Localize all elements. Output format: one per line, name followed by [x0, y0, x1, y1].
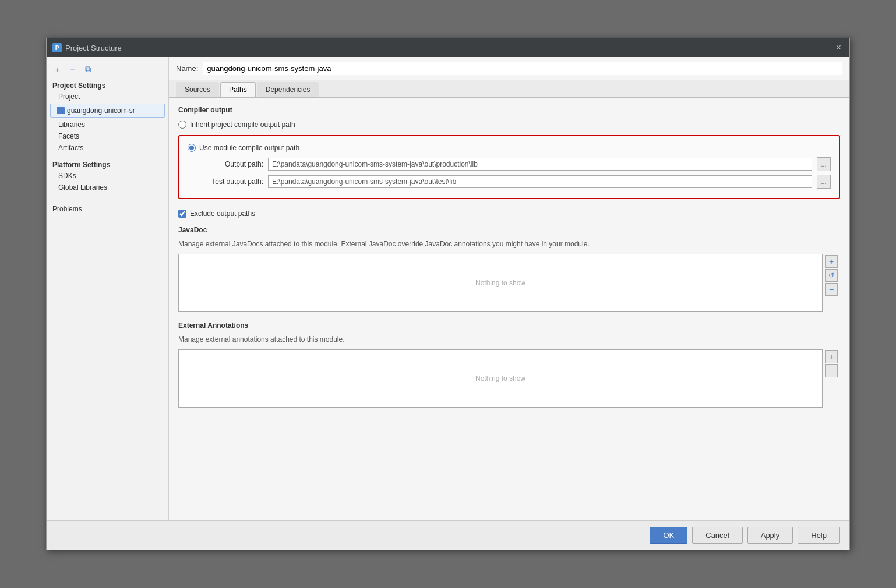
output-path-row: Output path: ...	[188, 157, 831, 171]
output-path-browse-btn[interactable]: ...	[817, 157, 831, 171]
name-label: Name:	[176, 64, 198, 73]
ext-annotations-add-btn[interactable]: +	[825, 350, 838, 363]
remove-module-button[interactable]: −	[66, 63, 79, 76]
compiler-output-title: Compiler output	[178, 106, 840, 114]
use-module-radio-row: Use module compile output path	[188, 142, 831, 154]
apply-button[interactable]: Apply	[747, 527, 793, 544]
ok-button[interactable]: OK	[650, 527, 687, 544]
sidebar-item-sdks[interactable]: SDKs	[47, 170, 168, 182]
sidebar-item-facets[interactable]: Facets	[47, 130, 168, 142]
main-content: Name: Sources Paths Dependencies Compile…	[169, 57, 849, 520]
close-button[interactable]: ×	[834, 42, 844, 54]
javadoc-list-container: Nothing to show + ↺ −	[178, 254, 840, 312]
problems-section: Problems	[47, 201, 168, 215]
platform-settings-header: Platform Settings	[47, 156, 168, 170]
dialog-footer: OK Cancel Apply Help	[47, 520, 849, 550]
test-output-path-input[interactable]	[268, 175, 812, 188]
sidebar-toolbar: + − ⧉	[47, 61, 168, 79]
sidebar-item-problems[interactable]: Problems	[47, 201, 168, 215]
sidebar-item-libraries[interactable]: Libraries	[47, 119, 168, 130]
tab-sources[interactable]: Sources	[176, 82, 219, 97]
name-input[interactable]	[203, 62, 842, 75]
title-bar: P Project Structure ×	[47, 38, 849, 57]
output-path-label: Output path:	[188, 160, 263, 168]
name-bar: Name:	[169, 57, 849, 80]
ext-annotations-title: External Annotations	[178, 321, 840, 330]
project-structure-dialog: P Project Structure × + − ⧉ Project Sett…	[46, 38, 850, 550]
module-icon	[57, 107, 65, 114]
project-settings-header: Project Settings	[47, 79, 168, 91]
test-output-path-label: Test output path:	[188, 178, 263, 186]
tabs-bar: Sources Paths Dependencies	[169, 80, 849, 98]
dialog-title: Project Structure	[65, 44, 122, 52]
javadoc-remove-btn[interactable]: −	[825, 283, 838, 296]
help-button[interactable]: Help	[798, 527, 840, 544]
cancel-button[interactable]: Cancel	[692, 527, 742, 544]
sidebar-item-global-libraries[interactable]: Global Libraries	[47, 182, 168, 193]
ext-annotations-remove-btn[interactable]: −	[825, 364, 838, 377]
use-module-radio[interactable]	[188, 144, 196, 152]
ext-annotations-description: Manage external annotations attached to …	[178, 334, 840, 345]
sidebar-item-artifacts[interactable]: Artifacts	[47, 142, 168, 154]
javadoc-list-box: Nothing to show	[178, 254, 823, 312]
copy-module-button[interactable]: ⧉	[82, 63, 94, 76]
javadoc-section: JavaDoc Manage external JavaDocs attache…	[178, 226, 840, 312]
highlighted-box: Use module compile output path Output pa…	[178, 135, 840, 199]
javadoc-description: Manage external JavaDocs attached to thi…	[178, 239, 840, 249]
sidebar-item-modules[interactable]: guangdong-unicom-sr	[50, 104, 165, 118]
test-output-path-browse-btn[interactable]: ...	[817, 175, 831, 189]
sidebar: + − ⧉ Project Settings Project guangdong…	[47, 57, 169, 520]
inherit-radio[interactable]	[178, 121, 186, 129]
external-annotations-section: External Annotations Manage external ann…	[178, 321, 840, 408]
content-area: Compiler output Inherit project compile …	[169, 98, 849, 520]
ext-annotations-actions: + −	[823, 349, 840, 408]
add-module-button[interactable]: +	[51, 63, 64, 76]
radio-group: Inherit project compile output path Use …	[178, 119, 840, 204]
tab-dependencies[interactable]: Dependencies	[257, 82, 319, 97]
test-output-path-row: Test output path: ...	[188, 175, 831, 189]
inherit-radio-row: Inherit project compile output path	[178, 119, 840, 130]
javadoc-edit-btn[interactable]: ↺	[825, 269, 838, 282]
ext-annotations-list-container: Nothing to show + −	[178, 349, 840, 408]
dialog-icon: P	[52, 43, 62, 52]
ext-annotations-list-box: Nothing to show	[178, 349, 823, 408]
ext-annotations-empty-label: Nothing to show	[475, 374, 525, 382]
inherit-label: Inherit project compile output path	[190, 121, 295, 129]
sidebar-item-project[interactable]: Project	[47, 91, 168, 102]
javadoc-empty-label: Nothing to show	[475, 279, 525, 287]
javadoc-actions: + ↺ −	[823, 254, 840, 312]
exclude-checkbox-row: Exclude output paths	[178, 210, 840, 218]
tab-paths[interactable]: Paths	[220, 82, 256, 97]
use-module-label: Use module compile output path	[199, 144, 299, 152]
javadoc-add-btn[interactable]: +	[825, 255, 838, 268]
exclude-label: Exclude output paths	[190, 210, 255, 218]
javadoc-title: JavaDoc	[178, 226, 840, 234]
dialog-body: + − ⧉ Project Settings Project guangdong…	[47, 57, 849, 520]
output-path-input[interactable]	[268, 158, 812, 171]
title-bar-left: P Project Structure	[52, 43, 122, 52]
exclude-checkbox[interactable]	[178, 210, 186, 218]
